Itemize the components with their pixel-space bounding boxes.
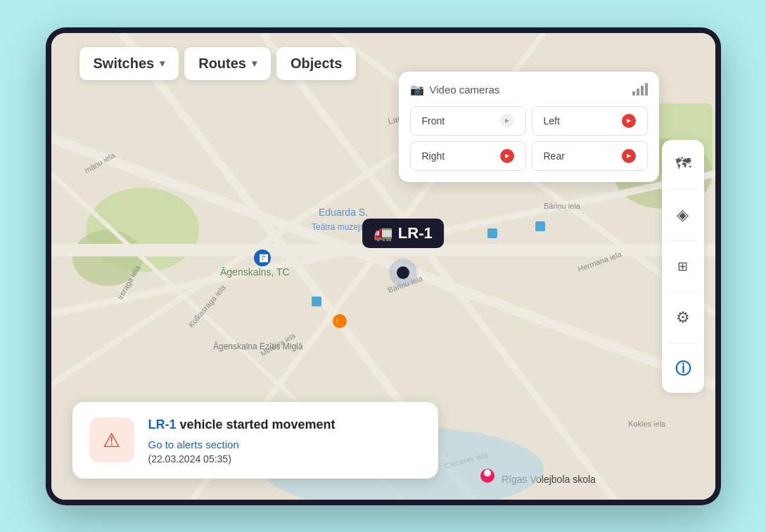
toolbar-divider-3 [668,292,698,292]
alert-content: LR-1 vehicle started movement Go to aler… [148,416,336,464]
vehicle-label: 🚛 LR-1 [362,219,444,248]
rear-camera-button[interactable]: Rear ▶ [532,141,648,171]
gear-icon: ⚙ [676,309,690,327]
svg-rect-34 [487,228,497,238]
left-camera-label: Left [544,115,560,126]
right-play-icon[interactable]: ▶ [500,149,514,163]
toolbar-divider-4 [668,343,698,344]
svg-text:🅿: 🅿 [260,254,268,264]
video-grid: Front ▶ Left ▶ Right ▶ Rear ▶ [410,106,648,171]
svg-text:Kokles iela: Kokles iela [628,420,666,428]
alert-vehicle-id: LR-1 [148,417,177,432]
routes-menu[interactable]: Routes ▾ [184,47,271,80]
video-panel: 📷 Video cameras Front ▶ Left ▶ [399,72,659,182]
routes-label: Routes [198,56,246,72]
svg-point-38 [484,469,491,476]
info-icon: ⓘ [675,358,691,379]
video-panel-title: 📷 Video cameras [410,83,500,96]
rear-play-icon[interactable]: ▶ [622,149,636,163]
camera-icon: 📷 [410,83,424,96]
rear-camera-label: Rear [544,150,565,162]
switches-menu[interactable]: Switches ▾ [79,47,179,80]
objects-label: Objects [291,56,342,71]
svg-text:Teātra muzejs: Teātra muzejs [312,222,364,232]
right-camera-button[interactable]: Right ▶ [410,141,526,171]
right-camera-label: Right [422,150,445,162]
top-navbar: Switches ▾ Routes ▾ Objects [79,47,357,80]
svg-point-32 [333,314,347,328]
tracking-icon: ⊞ [677,259,688,274]
device-frame: Lapu iela māņu iela Bāriņu iela Hermana … [46,27,721,505]
left-camera-button[interactable]: Left ▶ [532,106,648,136]
alert-link[interactable]: Go to alerts section [148,439,336,450]
front-camera-label: Front [422,115,445,126]
svg-rect-35 [535,221,545,231]
alert-timestamp: (22.03.2024 05:35) [148,453,336,465]
left-play-icon[interactable]: ▶ [622,114,636,128]
svg-text:Āgenskalna Ezītis Miglā: Āgenskalna Ezītis Miglā [213,342,303,351]
svg-text:Āgenskalns, TC: Āgenskalns, TC [220,266,290,278]
toolbar-divider-1 [668,189,698,190]
svg-text:!: ! [336,318,338,326]
layers-button[interactable]: ◈ [668,200,698,231]
tracking-button[interactable]: ⊞ [668,251,698,282]
video-panel-title-text: Video cameras [430,84,500,96]
alert-card: ⚠ LR-1 vehicle started movement Go to al… [72,402,438,478]
svg-text:Bāriņu iela: Bāriņu iela [544,202,581,210]
alert-icon-box: ⚠ [89,417,134,462]
right-toolbar: 🗺 ◈ ⊞ ⚙ ⓘ [662,140,704,393]
vehicle-id-label: LR-1 [398,224,433,242]
vehicle-dot [389,259,417,287]
map-container: Lapu iela māņu iela Bāriņu iela Hermana … [51,33,715,500]
switches-label: Switches [94,56,155,72]
routes-chevron: ▾ [252,58,257,69]
signal-icon [632,83,648,96]
objects-menu[interactable]: Objects [276,47,356,80]
settings-button[interactable]: ⚙ [668,302,698,333]
vehicle-dot-outer [389,259,417,287]
toolbar-divider-2 [668,240,698,241]
svg-rect-36 [312,297,321,306]
alert-title-text: vehicle started movement [177,417,336,432]
alert-title: LR-1 vehicle started movement [148,416,336,434]
warning-icon: ⚠ [103,429,120,452]
video-panel-header: 📷 Video cameras [410,83,648,96]
map-view-button[interactable]: 🗺 [668,148,698,179]
info-button[interactable]: ⓘ [668,353,698,384]
svg-text:Eduarda S.: Eduarda S. [319,207,368,218]
front-camera-button[interactable]: Front ▶ [410,106,526,136]
switches-chevron: ▾ [160,58,165,69]
map-icon: 🗺 [675,155,691,173]
vehicle-dot-inner [397,266,409,279]
front-play-icon[interactable]: ▶ [500,114,514,128]
vehicle-icon: 🚛 [374,224,392,242]
layers-icon: ◈ [677,206,689,224]
